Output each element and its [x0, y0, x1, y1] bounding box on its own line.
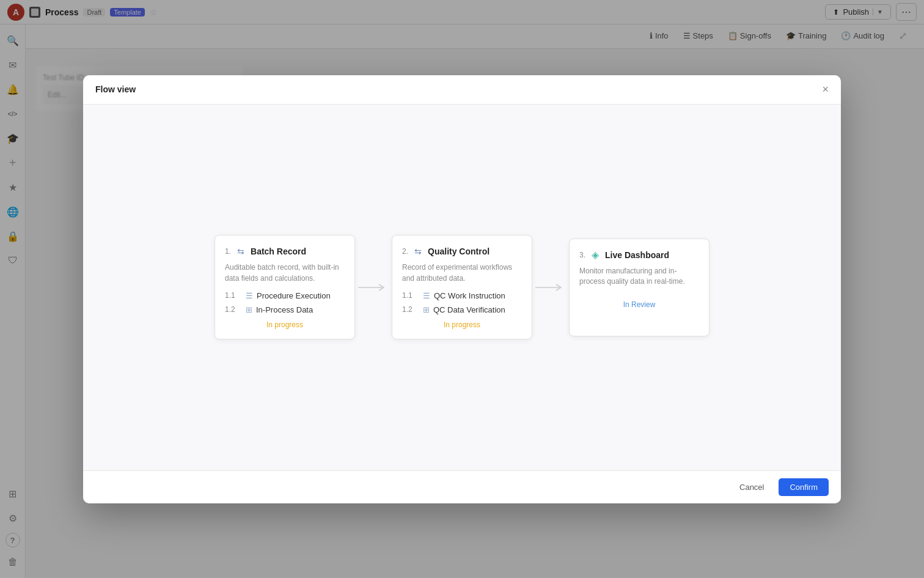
node-2-status: In progress	[402, 320, 522, 329]
step-1-1-label: Procedure Execution	[257, 291, 331, 300]
modal-footer: Cancel Confirm	[83, 470, 841, 503]
step-1-2-num: 1.2	[225, 305, 242, 314]
flow-area: 1. ⇆ Batch Record Auditable batch record…	[83, 105, 841, 470]
step-1-2-icon: ⊞	[246, 305, 252, 314]
confirm-button[interactable]: Confirm	[779, 478, 829, 496]
arrow-2-svg	[535, 281, 566, 294]
node-1-steps: 1.1 ☰ Procedure Execution 1.2 ⊞ In-Proce…	[225, 291, 345, 314]
node-1-desc: Auditable batch record, with built-in da…	[225, 262, 345, 284]
arrow-2	[532, 281, 569, 294]
node-1-number: 1.	[225, 247, 231, 256]
modal-body: 1. ⇆ Batch Record Auditable batch record…	[83, 105, 841, 470]
flow-node-quality-control: 2. ⇆ Quality Control Record of experimen…	[392, 235, 532, 339]
step-2-2-icon: ⊞	[423, 305, 430, 314]
node-2-header: 2. ⇆ Quality Control	[402, 245, 522, 258]
arrow-1	[355, 281, 392, 294]
step-1-1-icon: ☰	[246, 291, 253, 300]
node-3-number: 3.	[579, 251, 585, 259]
step-2-1-num: 1.1	[402, 291, 419, 300]
live-dashboard-icon: ◈	[589, 249, 601, 261]
node-3-status[interactable]: In Review	[579, 300, 699, 309]
step-2-1-label: QC Work Instruction	[434, 291, 505, 300]
modal-header: Flow view ×	[83, 75, 841, 105]
node-1-header: 1. ⇆ Batch Record	[225, 245, 345, 258]
step-2-1-icon: ☰	[423, 291, 430, 300]
node-2-title: Quality Control	[428, 246, 490, 256]
modal-title: Flow view	[95, 84, 136, 94]
node-2-number: 2.	[402, 247, 408, 256]
cancel-button[interactable]: Cancel	[731, 479, 772, 495]
step-1-2-label: In-Process Data	[256, 305, 313, 314]
flow-node-live-dashboard: 3. ◈ Live Dashboard Monitor manufacturin…	[569, 239, 710, 336]
node-3-header: 3. ◈ Live Dashboard	[579, 249, 699, 261]
node-1-title: Batch Record	[251, 246, 306, 256]
flow-node-batch-record: 1. ⇆ Batch Record Auditable batch record…	[215, 235, 355, 339]
arrow-1-svg	[358, 281, 389, 294]
step-1-1-num: 1.1	[225, 291, 242, 300]
node-2-desc: Record of experimental workflows and att…	[402, 262, 522, 284]
step-1-1: 1.1 ☰ Procedure Execution	[225, 291, 345, 300]
node-3-desc: Monitor manufacturing and in-process qua…	[579, 266, 699, 287]
step-2-2-num: 1.2	[402, 305, 419, 314]
step-2-2-label: QC Data Verification	[433, 305, 505, 314]
node-1-status: In progress	[225, 320, 345, 329]
batch-record-icon: ⇆	[235, 245, 247, 258]
quality-control-icon: ⇆	[412, 245, 424, 258]
modal-close-button[interactable]: ×	[822, 83, 829, 96]
flow-nodes: 1. ⇆ Batch Record Auditable batch record…	[215, 235, 710, 339]
step-2-2: 1.2 ⊞ QC Data Verification	[402, 305, 522, 314]
node-2-steps: 1.1 ☰ QC Work Instruction 1.2 ⊞ QC Data …	[402, 291, 522, 314]
node-3-title: Live Dashboard	[605, 250, 669, 260]
step-2-1: 1.1 ☰ QC Work Instruction	[402, 291, 522, 300]
flow-view-modal: Flow view × 1. ⇆ Batch Record Auditable …	[83, 75, 841, 503]
step-1-2: 1.2 ⊞ In-Process Data	[225, 305, 345, 314]
